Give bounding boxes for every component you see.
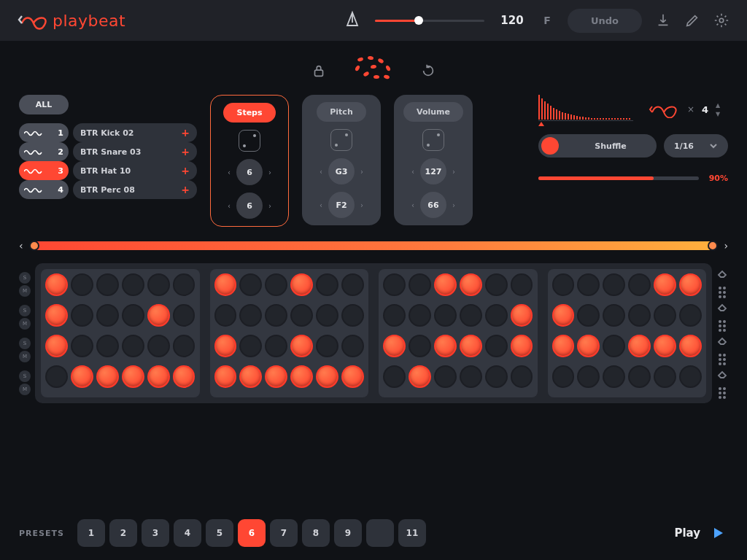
track-name-2[interactable]: BTR Snare 03+ <box>73 142 197 161</box>
step[interactable] <box>71 365 93 388</box>
metronome-icon[interactable] <box>343 9 362 31</box>
rate-select[interactable]: 1/16 <box>664 134 728 158</box>
play-button[interactable] <box>708 523 728 543</box>
step[interactable] <box>383 273 406 296</box>
step[interactable] <box>316 335 338 357</box>
drag-row-2[interactable] <box>719 320 726 332</box>
step[interactable] <box>679 335 702 357</box>
volume-value-1[interactable]: ‹127› <box>411 158 455 184</box>
step[interactable] <box>71 304 93 327</box>
erase-row-2[interactable] <box>716 301 728 316</box>
step[interactable] <box>628 304 651 327</box>
step[interactable] <box>147 304 170 327</box>
volume-tab[interactable]: Volume <box>403 102 463 122</box>
track-toggle-4[interactable]: 4 <box>19 180 69 199</box>
step[interactable] <box>552 335 575 357</box>
step[interactable] <box>122 273 144 296</box>
track-name-1[interactable]: BTR Kick 02+ <box>73 123 197 142</box>
add-icon[interactable]: + <box>181 127 190 139</box>
loop-icon[interactable] <box>648 101 680 118</box>
step[interactable] <box>511 335 533 357</box>
step[interactable] <box>122 365 144 388</box>
timeline[interactable] <box>31 241 717 250</box>
tempo-slider[interactable] <box>375 20 484 22</box>
step[interactable] <box>96 365 119 388</box>
preset-1[interactable]: 1 <box>77 519 105 547</box>
step[interactable] <box>173 273 196 296</box>
step[interactable] <box>511 365 533 388</box>
volume-dice[interactable] <box>422 129 444 151</box>
timeline-prev[interactable]: ‹ <box>19 240 23 252</box>
step[interactable] <box>122 335 144 357</box>
step[interactable] <box>434 365 457 388</box>
lock-icon[interactable] <box>311 63 327 79</box>
step[interactable] <box>239 335 262 357</box>
mute-4[interactable]: M <box>19 384 31 395</box>
track-name-3[interactable]: BTR Hat 10+ <box>73 161 197 180</box>
preset-4[interactable]: 4 <box>174 519 201 547</box>
step[interactable] <box>45 365 68 388</box>
volume-value-2[interactable]: ‹66› <box>411 192 455 218</box>
step[interactable] <box>122 304 144 327</box>
all-tracks-button[interactable]: ALL <box>19 95 69 114</box>
step[interactable] <box>239 365 262 388</box>
step[interactable] <box>173 304 196 327</box>
step[interactable] <box>214 335 237 357</box>
step[interactable] <box>434 304 457 327</box>
preset-9[interactable]: 9 <box>334 519 362 547</box>
erase-row-3[interactable] <box>716 335 728 349</box>
undo-circular-icon[interactable] <box>420 63 436 79</box>
shuffle-button[interactable]: Shuffle <box>538 134 657 158</box>
step[interactable] <box>45 335 68 357</box>
velocity-graph[interactable] <box>538 95 633 124</box>
solo-2[interactable]: S <box>19 305 31 316</box>
step[interactable] <box>265 304 287 327</box>
step[interactable] <box>214 304 237 327</box>
step[interactable] <box>265 273 287 296</box>
step[interactable] <box>603 304 625 327</box>
step[interactable] <box>147 273 170 296</box>
step[interactable] <box>409 365 431 388</box>
step[interactable] <box>383 365 406 388</box>
step[interactable] <box>147 335 170 357</box>
pitch-dice[interactable] <box>330 129 352 151</box>
step[interactable] <box>341 304 364 327</box>
solo-1[interactable]: S <box>19 272 31 284</box>
track-toggle-3[interactable]: 3 <box>19 161 69 180</box>
solo-4[interactable]: S <box>19 370 31 382</box>
preset-7[interactable]: 7 <box>270 519 298 547</box>
randomize-icon[interactable] <box>352 56 395 85</box>
step[interactable] <box>409 273 431 296</box>
step[interactable] <box>577 335 600 357</box>
step[interactable] <box>316 304 338 327</box>
solo-3[interactable]: S <box>19 338 31 349</box>
download-icon[interactable] <box>655 12 671 28</box>
step[interactable] <box>71 273 93 296</box>
track-toggle-2[interactable]: 2 <box>19 142 69 161</box>
step[interactable] <box>654 273 676 296</box>
step[interactable] <box>409 304 431 327</box>
step[interactable] <box>434 273 457 296</box>
step[interactable] <box>71 335 93 357</box>
step[interactable] <box>214 365 237 388</box>
step[interactable] <box>290 304 313 327</box>
step[interactable] <box>434 335 457 357</box>
erase-row-1[interactable] <box>716 268 728 282</box>
settings-icon[interactable] <box>713 12 729 28</box>
preset-6[interactable]: 6 <box>238 519 266 547</box>
add-icon[interactable]: + <box>181 184 190 195</box>
steps-value-1[interactable]: ‹6› <box>228 159 271 185</box>
step[interactable] <box>577 304 600 327</box>
preset-8[interactable]: 8 <box>302 519 330 547</box>
steps-value-2[interactable]: ‹6› <box>228 192 271 219</box>
drag-row-4[interactable] <box>719 387 726 399</box>
step[interactable] <box>96 335 119 357</box>
mute-2[interactable]: M <box>19 318 31 330</box>
step[interactable] <box>290 335 313 357</box>
step[interactable] <box>265 335 287 357</box>
add-icon[interactable]: + <box>181 165 190 176</box>
step[interactable] <box>654 304 676 327</box>
step[interactable] <box>654 365 676 388</box>
step[interactable] <box>214 273 237 296</box>
step[interactable] <box>383 304 406 327</box>
